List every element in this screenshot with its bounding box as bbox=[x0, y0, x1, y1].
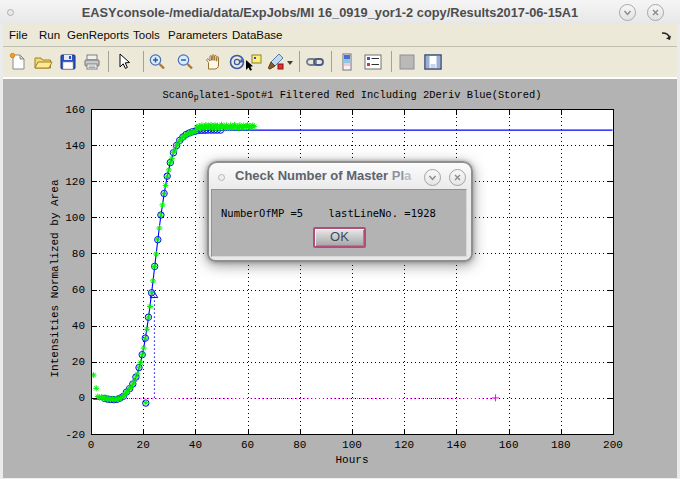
menu-tools[interactable]: Tools bbox=[133, 27, 160, 44]
dialog-title: Check Number of Master Pla bbox=[235, 168, 411, 183]
y-tick-label: 120 bbox=[65, 176, 85, 188]
menu-genreports[interactable]: GenReports bbox=[67, 27, 129, 44]
toolbar-separator bbox=[299, 51, 300, 72]
x-tick-label: 80 bbox=[293, 439, 306, 451]
link-plots-icon[interactable] bbox=[305, 52, 325, 72]
hide-plot-tools-icon[interactable] bbox=[397, 52, 417, 72]
toolbar-separator bbox=[331, 51, 332, 72]
y-tick-label: 60 bbox=[72, 284, 85, 296]
shade-button[interactable] bbox=[619, 4, 636, 21]
print-figure-icon[interactable] bbox=[82, 52, 102, 72]
insert-colorbar-icon[interactable] bbox=[337, 52, 357, 72]
ok-button[interactable]: OK bbox=[313, 227, 366, 248]
menu-run[interactable]: Run bbox=[39, 27, 60, 44]
figure-area: -200204060801001201401600204060801001201… bbox=[3, 78, 677, 478]
pan-hand-icon[interactable] bbox=[203, 52, 223, 72]
close-icon bbox=[648, 5, 663, 20]
edit-plot-cursor-icon[interactable] bbox=[113, 52, 133, 72]
brush-dropdown-icon[interactable] bbox=[285, 52, 295, 72]
dialog-shade-button[interactable] bbox=[424, 169, 441, 186]
x-tick-label: 20 bbox=[137, 439, 150, 451]
x-tick-label: 180 bbox=[551, 439, 571, 451]
y-tick-label: 40 bbox=[72, 320, 85, 332]
x-tick-label: 160 bbox=[499, 439, 519, 451]
zoom-in-icon[interactable] bbox=[147, 52, 167, 72]
x-tick-label: 200 bbox=[603, 439, 623, 451]
plot-title: Scan6plate1-Spot#1 Filtered Red Includin… bbox=[162, 89, 541, 103]
x-tick-label: 140 bbox=[446, 439, 466, 451]
y-tick-label: 100 bbox=[65, 212, 85, 224]
menubar: File Run GenReports Tools Parameters Dat… bbox=[3, 24, 677, 47]
toolbar-separator bbox=[391, 51, 392, 72]
close-icon bbox=[450, 170, 465, 185]
zoom-out-icon[interactable] bbox=[175, 52, 195, 72]
dialog-close-button[interactable] bbox=[449, 169, 466, 186]
new-figure-icon[interactable] bbox=[8, 52, 28, 72]
y-tick-label: 160 bbox=[65, 104, 85, 116]
window-titlebar: EASYconsole-/media/data/ExpJobs/MI 16_09… bbox=[0, 0, 680, 24]
toolbar-separator bbox=[108, 51, 109, 72]
y-tick-label: 80 bbox=[72, 248, 85, 260]
insert-legend-icon[interactable] bbox=[363, 52, 383, 72]
y-tick-label: -20 bbox=[65, 429, 85, 441]
dialog-menu-icon bbox=[218, 174, 225, 181]
window-menu-icon[interactable] bbox=[7, 9, 14, 16]
y-tick-label: 140 bbox=[65, 140, 85, 152]
dialog-check-number-of-master-plates: Check Number of Master Pla NumberOfMP =5… bbox=[207, 161, 473, 262]
open-file-icon[interactable] bbox=[33, 52, 53, 72]
show-plot-tools-icon[interactable] bbox=[423, 52, 443, 72]
menu-database[interactable]: DataBase bbox=[232, 27, 283, 44]
y-axis-label: Intensities Normalized by Area bbox=[49, 179, 61, 377]
x-tick-label: 40 bbox=[189, 439, 202, 451]
brush-icon[interactable] bbox=[266, 52, 286, 72]
x-axis-label: Hours bbox=[335, 454, 368, 466]
figure-toolbar bbox=[3, 47, 677, 78]
y-tick-label: 0 bbox=[78, 392, 85, 404]
plot-area: -200204060801001201401600204060801001201… bbox=[3, 78, 677, 478]
dialog-message: NumberOfMP =5 lastLineNo. =1928 bbox=[221, 207, 436, 219]
window-title: EASYconsole-/media/data/ExpJobs/MI 16_09… bbox=[30, 0, 630, 24]
menu-overflow-arrow-icon[interactable] bbox=[660, 29, 674, 43]
close-button[interactable] bbox=[647, 4, 664, 21]
y-tick-label: 20 bbox=[72, 356, 85, 368]
x-tick-label: 0 bbox=[88, 439, 95, 451]
toolbar-separator bbox=[143, 51, 144, 72]
x-tick-label: 120 bbox=[394, 439, 414, 451]
menu-parameters[interactable]: Parameters bbox=[168, 27, 227, 44]
menu-file[interactable]: File bbox=[9, 27, 28, 44]
save-figure-icon[interactable] bbox=[58, 52, 78, 72]
x-tick-label: 100 bbox=[342, 439, 362, 451]
chevron-down-icon bbox=[620, 5, 635, 20]
x-tick-label: 60 bbox=[241, 439, 254, 451]
chevron-down-icon bbox=[425, 170, 440, 185]
data-cursor-icon[interactable] bbox=[243, 52, 263, 72]
